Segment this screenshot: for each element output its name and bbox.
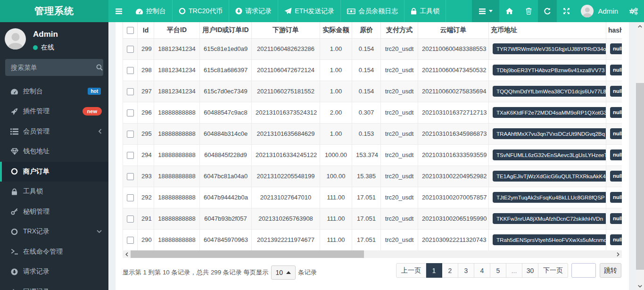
pagination-pages: 上一页12345...30下一页	[396, 263, 568, 278]
row-checkbox[interactable]	[127, 88, 134, 95]
column-header-8: 云端订单	[418, 22, 489, 38]
table-row-292: 292188888888886047b94442b0a2021310276470…	[123, 187, 622, 208]
sidebar-item-11[interactable]: 回调记录	[0, 282, 108, 290]
sidebar-item-2[interactable]: 插件管理new	[0, 101, 108, 122]
sidebar-item-10[interactable]: 请求记录	[0, 262, 108, 282]
search-icon[interactable]	[96, 64, 103, 71]
trash-icon	[526, 8, 532, 15]
home-button[interactable]	[499, 0, 520, 22]
scroll-down-arrow[interactable]	[636, 282, 644, 290]
row-checkbox[interactable]	[127, 67, 134, 74]
sidebar-item-3[interactable]: 会员管理	[0, 122, 108, 142]
row-checkbox[interactable]	[127, 46, 134, 53]
cell-original_price: 17.051	[352, 208, 381, 229]
cell-actual_amount: 1.00	[320, 123, 352, 144]
cell-user_or_order_id: 615c81e1ed0a9	[200, 38, 252, 59]
cell-user_or_order_id: 6047b94442b0a	[200, 187, 252, 208]
cell-id: 292	[138, 187, 154, 208]
sidebar-toggle-button[interactable]	[108, 0, 129, 22]
user-menu[interactable]: Admin	[576, 0, 623, 22]
row-checkbox[interactable]	[127, 152, 134, 159]
page-ellipsis[interactable]: ...	[506, 263, 522, 278]
list-icon	[10, 128, 18, 135]
hash-badge: null	[610, 171, 622, 181]
prev-page-button[interactable]: 上一页	[396, 263, 426, 278]
row-checkbox[interactable]	[127, 131, 134, 138]
nav-item-5[interactable]: 会员余额日志	[341, 0, 405, 22]
nav-item-3[interactable]: 请求记录	[229, 0, 278, 22]
table-row-296: 2961888888888860488547c9ac82021310163735…	[123, 102, 622, 123]
row-checkbox[interactable]	[127, 237, 134, 244]
cell-downstream_order: 202131027647010	[252, 187, 320, 208]
sidebar-item-5[interactable]: 商户订单	[0, 162, 108, 182]
page-button-2[interactable]: 2	[442, 263, 458, 278]
pagination-bar: 显示第 1 到第 10 条记录，总共 299 条记录 每页显示 10 条记录 上…	[123, 258, 622, 290]
nav-item-4[interactable]: ETH发送记录	[278, 0, 341, 22]
page-size-dropdown[interactable]: 10	[271, 265, 296, 280]
bars-icon	[479, 8, 486, 15]
cell-actual_amount: 1000.00	[320, 144, 352, 166]
menu-search-input[interactable]	[11, 64, 96, 71]
cell-downstream_order: 202131016373524312	[252, 102, 320, 123]
fullscreen-button[interactable]	[557, 0, 576, 22]
sidebar-item-label: 回调记录	[23, 288, 102, 290]
horizontal-scrollbar[interactable]	[123, 250, 622, 258]
circle-icon	[10, 228, 18, 235]
scroll-left-arrow[interactable]	[123, 250, 131, 258]
pagination-info-text: 显示第 1 到第 10 条记录，总共 299 条记录 每页显示	[123, 268, 269, 277]
sidebar-item-8[interactable]: TRX记录	[0, 222, 108, 242]
horizontal-scrollbar-thumb[interactable]	[131, 250, 364, 258]
row-checkbox[interactable]	[127, 109, 134, 116]
clear-cache-button[interactable]	[520, 0, 538, 22]
cell-original_price: 15.385	[352, 166, 381, 187]
next-page-button[interactable]: 下一页	[538, 263, 568, 278]
cell-actual_amount: 111.00	[320, 208, 352, 229]
deposit-address-badge: TRAAhftMxX7vu3qn7VxsDCzUt9NDGvq2Bq	[493, 128, 606, 139]
refresh-button[interactable]	[538, 0, 557, 22]
cell-platform_id: 18812341234	[154, 38, 200, 59]
nav-item-1[interactable]: 控制台	[129, 0, 173, 22]
scroll-right-arrow[interactable]	[614, 250, 622, 258]
page-button-3[interactable]: 3	[458, 263, 474, 278]
row-checkbox[interactable]	[127, 173, 134, 180]
sidebar-item-4[interactable]: 钱包地址	[0, 141, 108, 162]
cell-cloud_order: 2021100600275835694	[418, 81, 489, 102]
quick-menu-button[interactable]	[472, 0, 499, 22]
page-jump-button[interactable]: 跳转	[600, 263, 621, 278]
column-header-10: hash	[606, 22, 622, 38]
sidebar-item-6[interactable]: 工具锁	[0, 182, 108, 202]
nav-item-label: 工具锁	[420, 7, 439, 16]
cell-actual_amount: 111.00	[320, 229, 352, 250]
sidebar-item-label: 秘钥管理	[23, 207, 102, 216]
cell-pay_method: trc20_usdt	[381, 229, 418, 250]
row-checkbox[interactable]	[127, 215, 134, 223]
sidebar-item-7[interactable]: 秘钥管理	[0, 202, 108, 222]
sidebar-item-1[interactable]: 控制台hot	[0, 82, 108, 102]
nav-item-6[interactable]: 工具锁	[405, 0, 446, 22]
hash-badge: null	[610, 213, 622, 224]
select-all-checkbox[interactable]	[127, 27, 134, 34]
tachometer-icon	[10, 88, 18, 95]
nav-item-2[interactable]: TRC20代币	[173, 0, 229, 22]
vertical-scrollbar[interactable]	[636, 22, 644, 290]
hash-badge: null	[610, 107, 622, 117]
page-jump-input[interactable]	[571, 263, 596, 278]
row-checkbox[interactable]	[127, 194, 134, 201]
deposit-address-badge: TYR7WfRWm6WeV351GfqjxUJ88YPRrD34or	[493, 43, 606, 54]
page-button-30[interactable]: 30	[522, 263, 538, 278]
sidebar-item-label: 控制台	[23, 87, 88, 96]
lock-icon	[411, 8, 417, 15]
cell-platform_id: 18812341234	[154, 59, 200, 81]
column-header-6: 原价	[352, 22, 381, 38]
key-icon	[10, 208, 18, 215]
lock-icon	[10, 188, 18, 195]
page-button-5[interactable]: 5	[490, 263, 506, 278]
sidebar-item-9[interactable]: 在线命令管理	[0, 242, 108, 262]
cell-id: 295	[138, 123, 154, 144]
vertical-scrollbar-thumb[interactable]	[636, 83, 644, 270]
page-button-4[interactable]: 4	[474, 263, 490, 278]
settings-button[interactable]	[623, 0, 644, 22]
scroll-up-arrow[interactable]	[636, 22, 644, 30]
page-button-1[interactable]: 1	[426, 263, 442, 278]
cell-cloud_order: 2021030922211320743	[418, 229, 489, 250]
